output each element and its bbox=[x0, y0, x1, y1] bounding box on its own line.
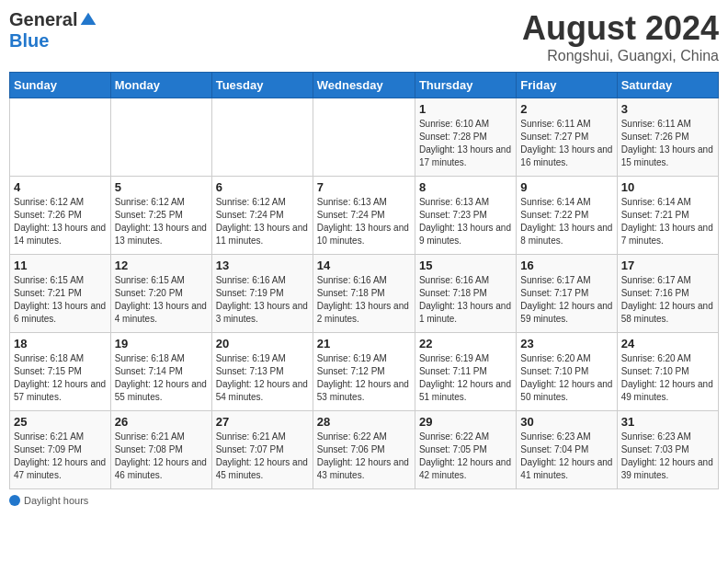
day-info: Sunrise: 6:12 AM Sunset: 7:24 PM Dayligh… bbox=[216, 196, 309, 247]
day-info: Sunrise: 6:11 AM Sunset: 7:26 PM Dayligh… bbox=[621, 118, 714, 169]
day-of-week-header: Saturday bbox=[617, 73, 718, 98]
calendar-cell: 22Sunrise: 6:19 AM Sunset: 7:11 PM Dayli… bbox=[415, 333, 516, 411]
day-info: Sunrise: 6:18 AM Sunset: 7:14 PM Dayligh… bbox=[115, 352, 208, 404]
day-of-week-header: Tuesday bbox=[211, 73, 313, 98]
calendar-cell: 10Sunrise: 6:14 AM Sunset: 7:21 PM Dayli… bbox=[617, 177, 718, 255]
day-number: 29 bbox=[419, 415, 512, 429]
footer: Daylight hours bbox=[9, 495, 719, 506]
day-number: 18 bbox=[14, 337, 107, 350]
day-number: 9 bbox=[520, 180, 612, 194]
day-number: 25 bbox=[14, 415, 107, 429]
calendar-cell bbox=[10, 98, 111, 177]
calendar-cell: 21Sunrise: 6:19 AM Sunset: 7:12 PM Dayli… bbox=[313, 333, 415, 411]
calendar-cell: 16Sunrise: 6:17 AM Sunset: 7:17 PM Dayli… bbox=[517, 255, 617, 333]
calendar-cell: 9Sunrise: 6:14 AM Sunset: 7:22 PM Daylig… bbox=[517, 177, 617, 255]
day-number: 7 bbox=[317, 180, 411, 194]
day-info: Sunrise: 6:11 AM Sunset: 7:27 PM Dayligh… bbox=[520, 118, 612, 169]
day-info: Sunrise: 6:13 AM Sunset: 7:23 PM Dayligh… bbox=[419, 196, 512, 247]
calendar-week-row: 1Sunrise: 6:10 AM Sunset: 7:28 PM Daylig… bbox=[10, 98, 719, 177]
calendar-cell: 5Sunrise: 6:12 AM Sunset: 7:25 PM Daylig… bbox=[110, 177, 211, 255]
calendar-week-row: 11Sunrise: 6:15 AM Sunset: 7:21 PM Dayli… bbox=[10, 255, 719, 333]
day-number: 5 bbox=[115, 180, 208, 194]
day-info: Sunrise: 6:12 AM Sunset: 7:25 PM Dayligh… bbox=[115, 196, 208, 247]
day-info: Sunrise: 6:20 AM Sunset: 7:10 PM Dayligh… bbox=[520, 352, 612, 404]
calendar-cell: 31Sunrise: 6:23 AM Sunset: 7:03 PM Dayli… bbox=[617, 411, 718, 489]
day-info: Sunrise: 6:16 AM Sunset: 7:18 PM Dayligh… bbox=[419, 274, 512, 326]
day-info: Sunrise: 6:17 AM Sunset: 7:16 PM Dayligh… bbox=[621, 274, 714, 326]
day-info: Sunrise: 6:10 AM Sunset: 7:28 PM Dayligh… bbox=[419, 118, 512, 169]
day-info: Sunrise: 6:14 AM Sunset: 7:22 PM Dayligh… bbox=[520, 196, 612, 247]
main-title: August 2024 bbox=[522, 9, 719, 48]
footer-dot bbox=[9, 495, 20, 506]
day-info: Sunrise: 6:19 AM Sunset: 7:13 PM Dayligh… bbox=[216, 352, 309, 404]
day-number: 31 bbox=[621, 415, 714, 429]
day-number: 19 bbox=[115, 337, 208, 350]
day-number: 10 bbox=[621, 180, 714, 194]
day-number: 30 bbox=[520, 415, 612, 429]
calendar-cell: 15Sunrise: 6:16 AM Sunset: 7:18 PM Dayli… bbox=[415, 255, 516, 333]
calendar-cell: 13Sunrise: 6:16 AM Sunset: 7:19 PM Dayli… bbox=[211, 255, 313, 333]
day-of-week-header: Sunday bbox=[10, 73, 111, 98]
day-info: Sunrise: 6:14 AM Sunset: 7:21 PM Dayligh… bbox=[621, 196, 714, 247]
day-number: 3 bbox=[621, 102, 714, 116]
day-number: 16 bbox=[520, 259, 612, 272]
calendar-cell: 25Sunrise: 6:21 AM Sunset: 7:09 PM Dayli… bbox=[10, 411, 111, 489]
footer-label: Daylight hours bbox=[24, 495, 88, 506]
calendar-cell: 2Sunrise: 6:11 AM Sunset: 7:27 PM Daylig… bbox=[517, 98, 617, 177]
day-number: 20 bbox=[216, 337, 309, 350]
calendar-cell: 30Sunrise: 6:23 AM Sunset: 7:04 PM Dayli… bbox=[517, 411, 617, 489]
calendar-cell: 27Sunrise: 6:21 AM Sunset: 7:07 PM Dayli… bbox=[211, 411, 313, 489]
logo: General Blue bbox=[9, 9, 97, 52]
day-number: 24 bbox=[621, 337, 714, 350]
day-info: Sunrise: 6:16 AM Sunset: 7:19 PM Dayligh… bbox=[216, 274, 309, 326]
day-info: Sunrise: 6:17 AM Sunset: 7:17 PM Dayligh… bbox=[520, 274, 612, 326]
day-info: Sunrise: 6:15 AM Sunset: 7:20 PM Dayligh… bbox=[115, 274, 208, 326]
calendar-week-row: 4Sunrise: 6:12 AM Sunset: 7:26 PM Daylig… bbox=[10, 177, 719, 255]
calendar-cell: 19Sunrise: 6:18 AM Sunset: 7:14 PM Dayli… bbox=[110, 333, 211, 411]
calendar-week-row: 25Sunrise: 6:21 AM Sunset: 7:09 PM Dayli… bbox=[10, 411, 719, 489]
day-number: 22 bbox=[419, 337, 512, 350]
logo-icon bbox=[79, 11, 97, 29]
header: General Blue August 2024 Rongshui, Guang… bbox=[9, 9, 719, 64]
day-of-week-header: Monday bbox=[110, 73, 211, 98]
day-info: Sunrise: 6:22 AM Sunset: 7:05 PM Dayligh… bbox=[419, 431, 512, 482]
subtitle: Rongshui, Guangxi, China bbox=[522, 48, 719, 64]
calendar-cell: 24Sunrise: 6:20 AM Sunset: 7:10 PM Dayli… bbox=[617, 333, 718, 411]
calendar-cell: 7Sunrise: 6:13 AM Sunset: 7:24 PM Daylig… bbox=[313, 177, 415, 255]
calendar-cell: 8Sunrise: 6:13 AM Sunset: 7:23 PM Daylig… bbox=[415, 177, 516, 255]
day-info: Sunrise: 6:19 AM Sunset: 7:11 PM Dayligh… bbox=[419, 352, 512, 404]
calendar-cell bbox=[211, 98, 313, 177]
calendar-cell: 28Sunrise: 6:22 AM Sunset: 7:06 PM Dayli… bbox=[313, 411, 415, 489]
day-of-week-header: Wednesday bbox=[313, 73, 415, 98]
day-number: 21 bbox=[317, 337, 411, 350]
day-number: 8 bbox=[419, 180, 512, 194]
day-number: 11 bbox=[14, 259, 107, 272]
logo-blue-text: Blue bbox=[9, 30, 49, 52]
calendar-cell: 1Sunrise: 6:10 AM Sunset: 7:28 PM Daylig… bbox=[415, 98, 516, 177]
day-info: Sunrise: 6:12 AM Sunset: 7:26 PM Dayligh… bbox=[14, 196, 107, 247]
day-info: Sunrise: 6:21 AM Sunset: 7:07 PM Dayligh… bbox=[216, 431, 309, 482]
day-number: 1 bbox=[419, 102, 512, 116]
day-number: 4 bbox=[14, 180, 107, 194]
calendar-cell: 4Sunrise: 6:12 AM Sunset: 7:26 PM Daylig… bbox=[10, 177, 111, 255]
day-number: 2 bbox=[520, 102, 612, 116]
day-number: 26 bbox=[115, 415, 208, 429]
calendar-cell: 12Sunrise: 6:15 AM Sunset: 7:20 PM Dayli… bbox=[110, 255, 211, 333]
calendar-cell bbox=[313, 98, 415, 177]
day-info: Sunrise: 6:23 AM Sunset: 7:04 PM Dayligh… bbox=[520, 431, 612, 482]
calendar-cell: 3Sunrise: 6:11 AM Sunset: 7:26 PM Daylig… bbox=[617, 98, 718, 177]
calendar-cell: 20Sunrise: 6:19 AM Sunset: 7:13 PM Dayli… bbox=[211, 333, 313, 411]
svg-marker-0 bbox=[81, 12, 97, 24]
day-info: Sunrise: 6:22 AM Sunset: 7:06 PM Dayligh… bbox=[317, 431, 411, 482]
day-number: 27 bbox=[216, 415, 309, 429]
calendar-cell: 11Sunrise: 6:15 AM Sunset: 7:21 PM Dayli… bbox=[10, 255, 111, 333]
calendar-cell: 23Sunrise: 6:20 AM Sunset: 7:10 PM Dayli… bbox=[517, 333, 617, 411]
day-info: Sunrise: 6:23 AM Sunset: 7:03 PM Dayligh… bbox=[621, 431, 714, 482]
day-of-week-header: Friday bbox=[517, 73, 617, 98]
calendar-table: SundayMondayTuesdayWednesdayThursdayFrid… bbox=[9, 72, 719, 489]
day-info: Sunrise: 6:13 AM Sunset: 7:24 PM Dayligh… bbox=[317, 196, 411, 247]
calendar-cell bbox=[110, 98, 211, 177]
calendar-cell: 14Sunrise: 6:16 AM Sunset: 7:18 PM Dayli… bbox=[313, 255, 415, 333]
day-info: Sunrise: 6:20 AM Sunset: 7:10 PM Dayligh… bbox=[621, 352, 714, 404]
calendar-cell: 17Sunrise: 6:17 AM Sunset: 7:16 PM Dayli… bbox=[617, 255, 718, 333]
